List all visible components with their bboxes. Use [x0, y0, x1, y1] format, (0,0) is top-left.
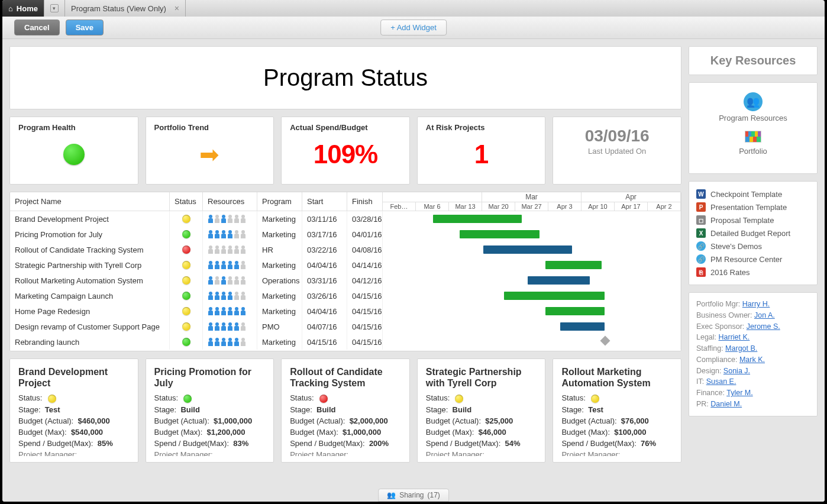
- file-icon: ⎘: [696, 267, 706, 277]
- gantt-row[interactable]: Design revamp of Customer Support Page P…: [10, 319, 681, 334]
- document-link[interactable]: 🔗 Steve's Demos: [696, 240, 810, 253]
- document-link-label: Proposal Template: [710, 216, 774, 225]
- cell-start: 04/07/16: [302, 319, 347, 334]
- gantt-bar[interactable]: [433, 215, 522, 223]
- document-link[interactable]: P Presentation Template: [696, 201, 810, 214]
- cell-program: HR: [257, 242, 302, 257]
- person-icon: [227, 276, 233, 285]
- gantt-bar[interactable]: [560, 322, 605, 331]
- kpi-trend: Portfolio Trend ➡: [146, 117, 274, 185]
- person-icon: [234, 322, 240, 331]
- document-link[interactable]: W Checkpoint Template: [696, 188, 810, 201]
- status-dot-icon: [319, 395, 328, 403]
- project-card[interactable]: Brand Development Project Status: Stage:…: [9, 358, 138, 463]
- gantt-bar[interactable]: [545, 307, 605, 315]
- document-link[interactable]: ⎘ 2016 Rates: [696, 266, 810, 279]
- person-icon: [227, 261, 233, 269]
- status-dot-icon: [182, 338, 190, 346]
- document-link[interactable]: ◻ Proposal Template: [696, 214, 810, 227]
- gantt-row[interactable]: Brand Development Project Marketing 03/1…: [10, 211, 681, 227]
- document-link[interactable]: 🔗 PM Resource Center: [696, 253, 810, 266]
- role-person-link[interactable]: Jon A.: [754, 311, 775, 319]
- gantt-row[interactable]: Rollout Marketing Automation System Oper…: [10, 273, 681, 288]
- cell-finish: 04/01/16: [347, 227, 383, 242]
- program-resources-link[interactable]: 👥 Program Resources: [695, 92, 811, 122]
- cancel-button[interactable]: Cancel: [14, 20, 60, 35]
- kpi-spend: Actual Spend/Budget 109%: [281, 117, 410, 185]
- role-person-link[interactable]: Jerome S.: [747, 322, 780, 331]
- project-card[interactable]: Strategic Partnership with Tyrell Corp S…: [417, 358, 546, 463]
- resources-cell: [208, 292, 246, 300]
- gantt-bar[interactable]: [460, 230, 540, 238]
- col-finish-header[interactable]: Finish: [347, 192, 383, 211]
- gantt-row[interactable]: Rollout of Candidate Tracking System HR …: [10, 242, 681, 257]
- tab-home[interactable]: ⌂ Home: [2, 0, 44, 17]
- health-indicator-icon: [63, 144, 85, 165]
- gantt-row[interactable]: Pricing Promotion for July Marketing 03/…: [10, 227, 681, 242]
- tab-current[interactable]: Program Status (View Only) ×: [65, 0, 186, 17]
- role-item: Business Owner: Jon A.: [696, 310, 810, 321]
- col-prog-header[interactable]: Program: [257, 192, 302, 211]
- role-person-link[interactable]: Tyler M.: [726, 389, 752, 397]
- role-person-link[interactable]: Susan E.: [706, 377, 736, 386]
- save-button[interactable]: Save: [66, 20, 104, 35]
- gantt-bar[interactable]: [483, 245, 572, 254]
- person-icon: [234, 338, 240, 346]
- person-icon: [214, 322, 220, 331]
- timeline-week: Feb…: [383, 202, 416, 211]
- gantt-bar[interactable]: [528, 276, 590, 285]
- kpi-updated-label: Last Updated On: [561, 147, 673, 156]
- kpi-health: Program Health: [9, 117, 138, 185]
- project-card[interactable]: Pricing Promotion for July Status: Stage…: [146, 358, 274, 463]
- milestone-icon[interactable]: [600, 336, 610, 346]
- sharing-button[interactable]: 👥 Sharing (17): [378, 489, 449, 502]
- gantt-row[interactable]: Marketing Campaign Launch Marketing 03/2…: [10, 288, 681, 303]
- tab-dropdown[interactable]: ▾: [44, 0, 65, 17]
- gantt-bar[interactable]: [545, 261, 602, 269]
- role-item: Portfolio Mgr: Harry H.: [696, 299, 810, 310]
- person-icon: [214, 245, 220, 254]
- resources-cell: [208, 215, 246, 223]
- role-person-link[interactable]: Mark K.: [739, 356, 765, 364]
- project-card[interactable]: Rollout of Candidate Tracking System Sta…: [281, 358, 410, 463]
- role-person-link[interactable]: Harry H.: [742, 300, 770, 308]
- person-icon: [214, 338, 220, 346]
- cell-program: Marketing: [257, 303, 302, 319]
- role-person-link[interactable]: Sonia J.: [723, 367, 750, 375]
- role-item: IT: Susan E.: [696, 376, 810, 387]
- project-card[interactable]: Rollout Marketing Automation System Stat…: [553, 358, 681, 463]
- person-icon: [240, 245, 246, 254]
- col-name-header[interactable]: Project Name: [10, 192, 170, 211]
- role-person-link[interactable]: Daniel M.: [710, 400, 742, 408]
- timeline-month: Apr: [582, 192, 681, 202]
- col-start-header[interactable]: Start: [302, 192, 347, 211]
- gantt-row[interactable]: Strategic Partnership with Tyrell Corp M…: [10, 257, 681, 273]
- person-icon: [234, 276, 240, 285]
- gantt-row[interactable]: Rebranding launch Marketing 04/15/16 04/…: [10, 334, 681, 350]
- close-icon[interactable]: ×: [175, 4, 179, 13]
- timeline-week: Apr 10: [582, 202, 615, 211]
- col-status-header[interactable]: Status: [170, 192, 203, 211]
- file-icon: 🔗: [696, 241, 706, 251]
- cell-start: 03/17/16: [302, 227, 347, 242]
- kpi-risk-value: 1: [474, 140, 488, 169]
- portfolio-link[interactable]: Portfolio: [695, 131, 811, 156]
- role-person-link[interactable]: Harriet K.: [719, 333, 750, 341]
- gantt-row[interactable]: Home Page Redesign Marketing 04/04/16 04…: [10, 303, 681, 319]
- role-person-link[interactable]: Margot B.: [725, 344, 757, 353]
- col-res-header[interactable]: Resources: [203, 192, 257, 211]
- document-link-label: Steve's Demos: [710, 242, 762, 251]
- timeline-cell: [383, 257, 681, 273]
- tab-bar: ⌂ Home ▾ Program Status (View Only) ×: [2, 0, 825, 17]
- cell-name: Home Page Redesign: [10, 303, 170, 319]
- document-link[interactable]: X Detailed Budget Report: [696, 227, 810, 240]
- timeline-week: Apr 17: [615, 202, 648, 211]
- resources-cell: [208, 230, 246, 238]
- gantt-bar[interactable]: [504, 292, 605, 300]
- role-item: PR: Daniel M.: [696, 399, 810, 410]
- document-link-label: 2016 Rates: [710, 268, 750, 277]
- add-widget-button[interactable]: + Add Widget: [380, 20, 447, 35]
- person-icon: [227, 338, 233, 346]
- timeline-week: Mar 20: [482, 202, 515, 211]
- person-icon: [221, 245, 227, 254]
